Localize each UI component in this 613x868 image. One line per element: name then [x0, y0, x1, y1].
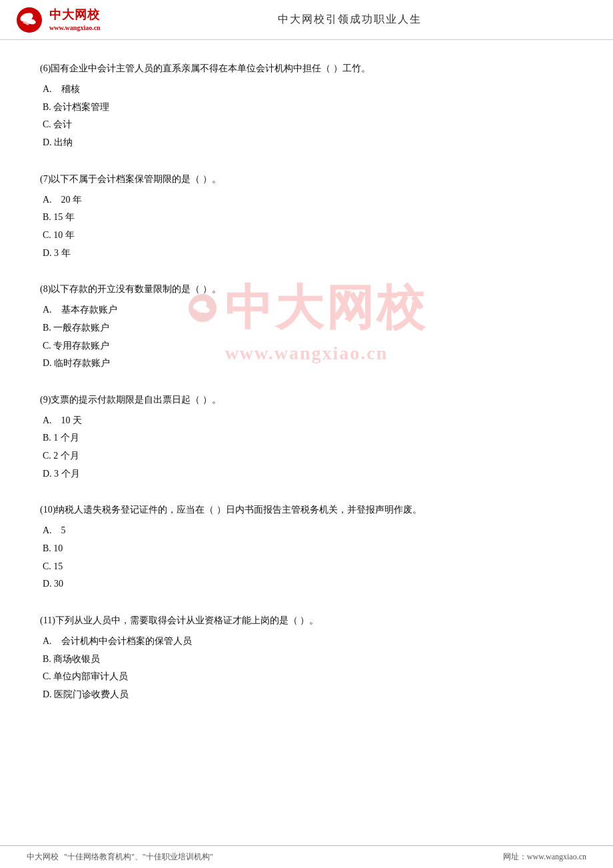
main-content: (6)国有企业中会计主管人员的直系亲属不得在本单位会计机构中担任（ ）工竹。A.…	[0, 40, 613, 749]
option-q7-a: A. 20 年	[40, 191, 573, 209]
header-tagline: 中大网校引领成功职业人生	[101, 13, 600, 27]
page-footer: 中大网校 "十佳网络教育机构"、"十佳职业培训机构" 网址：www.wangxi…	[0, 845, 613, 868]
question-text-2: (7)以下不属于会计档案保管期限的是（ ）。	[40, 171, 573, 187]
option-q6-d: D. 出纳	[40, 134, 573, 152]
option-q10-a: A. 5	[40, 522, 573, 540]
question-text-4: (9)支票的提示付款期限是自出票日起（ ）。	[40, 391, 573, 408]
option-q6-b: B. 会计档案管理	[40, 99, 573, 117]
logo-area: 中大网校 www.wangxiao.cn	[13, 7, 101, 33]
option-q9-b: B. 1 个月	[40, 429, 573, 447]
question-block-1: (6)国有企业中会计主管人员的直系亲属不得在本单位会计机构中担任（ ）工竹。A.…	[40, 60, 573, 152]
question-block-5: (10)纳税人遗失税务登记证件的，应当在（ ）日内书面报告主管税务机关，并登报声…	[40, 501, 573, 593]
footer-awards: "十佳网络教育机构"、"十佳职业培训机构"	[64, 851, 213, 863]
logo-main-text: 中大网校	[49, 7, 101, 23]
option-q9-c: C. 2 个月	[40, 447, 573, 465]
option-q7-b: B. 15 年	[40, 209, 573, 227]
logo-url-text: www.wangxiao.cn	[49, 23, 101, 32]
footer-website: 网址：www.wangxiao.cn	[503, 851, 586, 863]
option-q10-b: B. 10	[40, 540, 573, 558]
option-q6-c: C. 会计	[40, 116, 573, 134]
option-q8-d: D. 临时存款账户	[40, 355, 573, 373]
option-q10-d: D. 30	[40, 575, 573, 593]
option-q10-c: C. 15	[40, 558, 573, 576]
option-q8-a: A. 基本存款账户	[40, 301, 573, 319]
logo-text: 中大网校 www.wangxiao.cn	[49, 7, 101, 31]
option-q11-d: D. 医院门诊收费人员	[40, 686, 573, 704]
option-q8-b: B. 一般存款账户	[40, 319, 573, 337]
option-q9-a: A. 10 天	[40, 412, 573, 430]
footer-left: 中大网校 "十佳网络教育机构"、"十佳职业培训机构"	[27, 851, 213, 863]
page-header: 中大网校 www.wangxiao.cn 中大网校引领成功职业人生	[0, 0, 613, 40]
question-text-6: (11)下列从业人员中，需要取得会计从业资格证才能上岗的是（ ）。	[40, 612, 573, 629]
logo-icon	[13, 7, 45, 33]
option-q8-c: C. 专用存款账户	[40, 337, 573, 355]
option-q11-b: B. 商场收银员	[40, 651, 573, 669]
question-block-6: (11)下列从业人员中，需要取得会计从业资格证才能上岗的是（ ）。A. 会计机构…	[40, 612, 573, 704]
option-q6-a: A. 稽核	[40, 81, 573, 99]
option-q11-a: A. 会计机构中会计档案的保管人员	[40, 633, 573, 651]
questions-container: (6)国有企业中会计主管人员的直系亲属不得在本单位会计机构中担任（ ）工竹。A.…	[40, 60, 573, 703]
option-q7-d: D. 3 年	[40, 245, 573, 263]
option-q7-c: C. 10 年	[40, 227, 573, 245]
question-text-3: (8)以下存款的开立没有数量限制的是（ ）。	[40, 281, 573, 297]
question-block-4: (9)支票的提示付款期限是自出票日起（ ）。A. 10 天B. 1 个月C. 2…	[40, 391, 573, 483]
question-text-1: (6)国有企业中会计主管人员的直系亲属不得在本单位会计机构中担任（ ）工竹。	[40, 60, 573, 77]
question-text-5: (10)纳税人遗失税务登记证件的，应当在（ ）日内书面报告主管税务机关，并登报声…	[40, 501, 573, 518]
question-block-3: (8)以下存款的开立没有数量限制的是（ ）。A. 基本存款账户B. 一般存款账户…	[40, 281, 573, 373]
footer-site: 中大网校	[27, 851, 59, 863]
option-q11-c: C. 单位内部审计人员	[40, 668, 573, 686]
option-q9-d: D. 3 个月	[40, 465, 573, 483]
question-block-2: (7)以下不属于会计档案保管期限的是（ ）。A. 20 年B. 15 年C. 1…	[40, 171, 573, 263]
